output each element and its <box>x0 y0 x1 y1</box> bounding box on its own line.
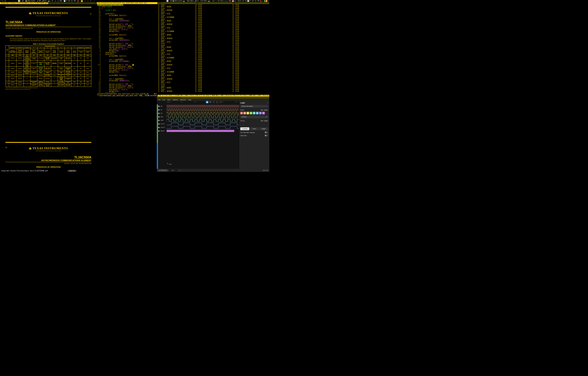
ti-logo-pg20: TEXAS INSTRUMENTS <box>5 147 91 150</box>
workspaces-right[interactable]: 1 2 3 4 <box>81 0 91 2</box>
page-indicator: [20/31] <box>68 170 77 172</box>
pdf-page[interactable]: TEXAS INSTRUMENTS POST OFFICE BOX 655303… <box>0 4 97 170</box>
registers-table: Bit No.REGISTER ADDRESS 0 DLAB = 00 DLAB… <box>5 45 91 87</box>
live-indicator-icon <box>167 163 168 164</box>
minicom-115200[interactable]: zsh 2: tock 1: SCR = 10101 1: tick 1: SC… <box>158 2 195 96</box>
glitch-toggle[interactable] <box>265 135 268 136</box>
channel-selector[interactable]: 01234567 <box>240 112 268 114</box>
editor-title: vim projects/current/uart_ace_test/uart_… <box>97 2 157 4</box>
logic-footer: ◎ 1 Device ▾ ACE ▾ + 815 ms ▸ <box>157 169 269 172</box>
workspaces-left[interactable]: 7 8 10 <box>0 0 6 2</box>
layout-left: ......... <box>8 0 16 2</box>
logic-analyzer-pane[interactable]: Logic 2 [Logic - Connected] [ACE] FileEd… <box>157 96 269 172</box>
capture-time: 815 ms ▸ <box>263 170 268 171</box>
trigger-button[interactable]: Trigger <box>259 127 268 130</box>
menu-capture[interactable]: Capture <box>172 99 178 101</box>
pdf-tab-inactive[interactable]: /home/dwlr/books/Tech/hardware-docs/P2N2… <box>48 2 97 4</box>
device-selector[interactable]: ◎ 1 Device ▾ <box>158 169 168 172</box>
pdf-tab-active[interactable]: /home/dwlr/books/Tech/hardware-docs/TL16… <box>0 2 48 4</box>
menu-help[interactable]: Help <box>188 99 191 101</box>
trim-toggle[interactable] <box>265 131 268 133</box>
analyzer-tab-blue[interactable] <box>157 143 158 169</box>
menu-edit[interactable]: Edit <box>162 99 165 101</box>
pdf-viewer-pane: /home/dwlr/books/Tech/hardware-docs/TL16… <box>0 2 97 172</box>
timer-button[interactable]: Timer <box>250 127 259 130</box>
svg-rect-0 <box>167 130 234 132</box>
menu-measure[interactable]: Measure <box>180 99 186 101</box>
logic-menubar[interactable]: FileEditViewCaptureMeasureHelp <box>157 98 269 101</box>
statusbar: 7 8 10 ......... 📊2.49 🖬10G1/62G1 ●30G 🔗… <box>0 0 269 2</box>
device-info-button[interactable]: Device Information <box>240 105 268 107</box>
menu-file[interactable]: File <box>158 99 160 101</box>
logic-settings-panel: Logic× Device Information DigitalAll Cle… <box>239 101 269 169</box>
minicom-9600-a[interactable]: zsh 2: tick 1: tick 1: tock 2: tick 2: t… <box>195 2 232 96</box>
editor-pane[interactable]: vim projects/current/uart_ace_test/uart_… <box>97 2 158 96</box>
digital-clear-button[interactable]: Clear <box>264 109 268 111</box>
session-tab[interactable]: ACE ▾ <box>169 169 177 172</box>
close-icon[interactable]: × <box>267 102 268 104</box>
logic-window-title: Logic 2 [Logic - Connected] [ACE] <box>157 96 269 98</box>
ti-logo: TEXAS INSTRUMENTS <box>5 11 91 15</box>
pdf-footer: /home/dwlr/books/Tech/hardware-docs/TL16… <box>0 170 97 172</box>
sample-rate-select[interactable]: 16 MS/s▾ <box>240 115 268 118</box>
looping-button[interactable]: Looping <box>240 127 249 130</box>
analog-all-button[interactable]: All <box>260 120 263 122</box>
menu-view[interactable]: View <box>167 99 171 101</box>
minicom-9600-b[interactable]: zsh 2: tick 1: tick 1: tock 2: tick 2: t… <box>232 2 269 96</box>
digital-all-button[interactable]: All <box>260 109 263 111</box>
add-session-button[interactable]: + <box>178 169 181 172</box>
analog-clear-button[interactable]: Clear <box>264 120 268 122</box>
